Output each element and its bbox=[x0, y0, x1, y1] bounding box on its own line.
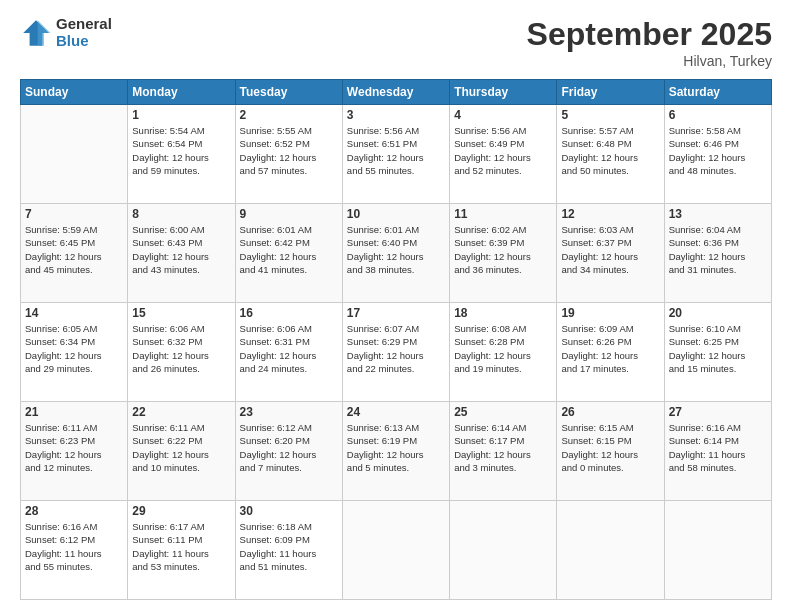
day-info: Sunrise: 6:09 AM Sunset: 6:26 PM Dayligh… bbox=[561, 322, 659, 375]
title-block: September 2025 Hilvan, Turkey bbox=[527, 16, 772, 69]
day-number: 7 bbox=[25, 207, 123, 221]
calendar-week-row: 1Sunrise: 5:54 AM Sunset: 6:54 PM Daylig… bbox=[21, 105, 772, 204]
col-friday: Friday bbox=[557, 80, 664, 105]
day-info: Sunrise: 5:59 AM Sunset: 6:45 PM Dayligh… bbox=[25, 223, 123, 276]
table-row: 1Sunrise: 5:54 AM Sunset: 6:54 PM Daylig… bbox=[128, 105, 235, 204]
day-number: 20 bbox=[669, 306, 767, 320]
day-info: Sunrise: 6:01 AM Sunset: 6:40 PM Dayligh… bbox=[347, 223, 445, 276]
table-row: 22Sunrise: 6:11 AM Sunset: 6:22 PM Dayli… bbox=[128, 402, 235, 501]
table-row: 27Sunrise: 6:16 AM Sunset: 6:14 PM Dayli… bbox=[664, 402, 771, 501]
day-info: Sunrise: 6:11 AM Sunset: 6:23 PM Dayligh… bbox=[25, 421, 123, 474]
day-info: Sunrise: 6:05 AM Sunset: 6:34 PM Dayligh… bbox=[25, 322, 123, 375]
page: General Blue September 2025 Hilvan, Turk… bbox=[0, 0, 792, 612]
table-row: 21Sunrise: 6:11 AM Sunset: 6:23 PM Dayli… bbox=[21, 402, 128, 501]
table-row: 24Sunrise: 6:13 AM Sunset: 6:19 PM Dayli… bbox=[342, 402, 449, 501]
day-info: Sunrise: 6:06 AM Sunset: 6:31 PM Dayligh… bbox=[240, 322, 338, 375]
day-info: Sunrise: 5:56 AM Sunset: 6:49 PM Dayligh… bbox=[454, 124, 552, 177]
day-info: Sunrise: 6:16 AM Sunset: 6:12 PM Dayligh… bbox=[25, 520, 123, 573]
day-number: 3 bbox=[347, 108, 445, 122]
table-row: 26Sunrise: 6:15 AM Sunset: 6:15 PM Dayli… bbox=[557, 402, 664, 501]
logo-icon bbox=[20, 17, 52, 49]
day-number: 19 bbox=[561, 306, 659, 320]
logo-general-text: General bbox=[56, 16, 112, 33]
day-info: Sunrise: 5:55 AM Sunset: 6:52 PM Dayligh… bbox=[240, 124, 338, 177]
day-info: Sunrise: 6:06 AM Sunset: 6:32 PM Dayligh… bbox=[132, 322, 230, 375]
header-row: Sunday Monday Tuesday Wednesday Thursday… bbox=[21, 80, 772, 105]
table-row: 20Sunrise: 6:10 AM Sunset: 6:25 PM Dayli… bbox=[664, 303, 771, 402]
day-number: 17 bbox=[347, 306, 445, 320]
table-row bbox=[664, 501, 771, 600]
table-row bbox=[450, 501, 557, 600]
col-saturday: Saturday bbox=[664, 80, 771, 105]
day-info: Sunrise: 6:01 AM Sunset: 6:42 PM Dayligh… bbox=[240, 223, 338, 276]
day-number: 13 bbox=[669, 207, 767, 221]
day-number: 8 bbox=[132, 207, 230, 221]
table-row: 4Sunrise: 5:56 AM Sunset: 6:49 PM Daylig… bbox=[450, 105, 557, 204]
table-row: 8Sunrise: 6:00 AM Sunset: 6:43 PM Daylig… bbox=[128, 204, 235, 303]
table-row: 5Sunrise: 5:57 AM Sunset: 6:48 PM Daylig… bbox=[557, 105, 664, 204]
table-row: 19Sunrise: 6:09 AM Sunset: 6:26 PM Dayli… bbox=[557, 303, 664, 402]
day-number: 5 bbox=[561, 108, 659, 122]
day-info: Sunrise: 6:18 AM Sunset: 6:09 PM Dayligh… bbox=[240, 520, 338, 573]
col-tuesday: Tuesday bbox=[235, 80, 342, 105]
table-row bbox=[21, 105, 128, 204]
calendar-week-row: 14Sunrise: 6:05 AM Sunset: 6:34 PM Dayli… bbox=[21, 303, 772, 402]
table-row: 3Sunrise: 5:56 AM Sunset: 6:51 PM Daylig… bbox=[342, 105, 449, 204]
day-info: Sunrise: 5:54 AM Sunset: 6:54 PM Dayligh… bbox=[132, 124, 230, 177]
day-number: 30 bbox=[240, 504, 338, 518]
calendar-week-row: 21Sunrise: 6:11 AM Sunset: 6:23 PM Dayli… bbox=[21, 402, 772, 501]
day-info: Sunrise: 6:02 AM Sunset: 6:39 PM Dayligh… bbox=[454, 223, 552, 276]
col-wednesday: Wednesday bbox=[342, 80, 449, 105]
logo-text: General Blue bbox=[56, 16, 112, 49]
calendar-subtitle: Hilvan, Turkey bbox=[527, 53, 772, 69]
day-info: Sunrise: 6:12 AM Sunset: 6:20 PM Dayligh… bbox=[240, 421, 338, 474]
day-number: 21 bbox=[25, 405, 123, 419]
logo-blue-text: Blue bbox=[56, 33, 112, 50]
table-row: 30Sunrise: 6:18 AM Sunset: 6:09 PM Dayli… bbox=[235, 501, 342, 600]
col-thursday: Thursday bbox=[450, 80, 557, 105]
day-info: Sunrise: 6:14 AM Sunset: 6:17 PM Dayligh… bbox=[454, 421, 552, 474]
day-info: Sunrise: 6:04 AM Sunset: 6:36 PM Dayligh… bbox=[669, 223, 767, 276]
day-number: 10 bbox=[347, 207, 445, 221]
day-info: Sunrise: 6:13 AM Sunset: 6:19 PM Dayligh… bbox=[347, 421, 445, 474]
calendar-week-row: 28Sunrise: 6:16 AM Sunset: 6:12 PM Dayli… bbox=[21, 501, 772, 600]
day-info: Sunrise: 5:56 AM Sunset: 6:51 PM Dayligh… bbox=[347, 124, 445, 177]
table-row: 6Sunrise: 5:58 AM Sunset: 6:46 PM Daylig… bbox=[664, 105, 771, 204]
day-number: 22 bbox=[132, 405, 230, 419]
header: General Blue September 2025 Hilvan, Turk… bbox=[20, 16, 772, 69]
day-number: 24 bbox=[347, 405, 445, 419]
table-row: 12Sunrise: 6:03 AM Sunset: 6:37 PM Dayli… bbox=[557, 204, 664, 303]
day-number: 12 bbox=[561, 207, 659, 221]
svg-marker-1 bbox=[38, 20, 51, 46]
day-info: Sunrise: 6:00 AM Sunset: 6:43 PM Dayligh… bbox=[132, 223, 230, 276]
day-info: Sunrise: 6:10 AM Sunset: 6:25 PM Dayligh… bbox=[669, 322, 767, 375]
day-number: 28 bbox=[25, 504, 123, 518]
table-row: 17Sunrise: 6:07 AM Sunset: 6:29 PM Dayli… bbox=[342, 303, 449, 402]
day-info: Sunrise: 6:07 AM Sunset: 6:29 PM Dayligh… bbox=[347, 322, 445, 375]
day-number: 25 bbox=[454, 405, 552, 419]
day-number: 27 bbox=[669, 405, 767, 419]
day-info: Sunrise: 5:58 AM Sunset: 6:46 PM Dayligh… bbox=[669, 124, 767, 177]
day-number: 2 bbox=[240, 108, 338, 122]
table-row: 16Sunrise: 6:06 AM Sunset: 6:31 PM Dayli… bbox=[235, 303, 342, 402]
day-info: Sunrise: 6:15 AM Sunset: 6:15 PM Dayligh… bbox=[561, 421, 659, 474]
day-info: Sunrise: 6:17 AM Sunset: 6:11 PM Dayligh… bbox=[132, 520, 230, 573]
table-row: 11Sunrise: 6:02 AM Sunset: 6:39 PM Dayli… bbox=[450, 204, 557, 303]
table-row: 25Sunrise: 6:14 AM Sunset: 6:17 PM Dayli… bbox=[450, 402, 557, 501]
calendar-week-row: 7Sunrise: 5:59 AM Sunset: 6:45 PM Daylig… bbox=[21, 204, 772, 303]
day-number: 16 bbox=[240, 306, 338, 320]
table-row bbox=[342, 501, 449, 600]
table-row: 10Sunrise: 6:01 AM Sunset: 6:40 PM Dayli… bbox=[342, 204, 449, 303]
table-row: 28Sunrise: 6:16 AM Sunset: 6:12 PM Dayli… bbox=[21, 501, 128, 600]
day-number: 15 bbox=[132, 306, 230, 320]
day-number: 14 bbox=[25, 306, 123, 320]
day-number: 11 bbox=[454, 207, 552, 221]
table-row: 14Sunrise: 6:05 AM Sunset: 6:34 PM Dayli… bbox=[21, 303, 128, 402]
col-monday: Monday bbox=[128, 80, 235, 105]
calendar-table: Sunday Monday Tuesday Wednesday Thursday… bbox=[20, 79, 772, 600]
table-row bbox=[557, 501, 664, 600]
table-row: 9Sunrise: 6:01 AM Sunset: 6:42 PM Daylig… bbox=[235, 204, 342, 303]
day-info: Sunrise: 5:57 AM Sunset: 6:48 PM Dayligh… bbox=[561, 124, 659, 177]
day-number: 18 bbox=[454, 306, 552, 320]
day-info: Sunrise: 6:11 AM Sunset: 6:22 PM Dayligh… bbox=[132, 421, 230, 474]
